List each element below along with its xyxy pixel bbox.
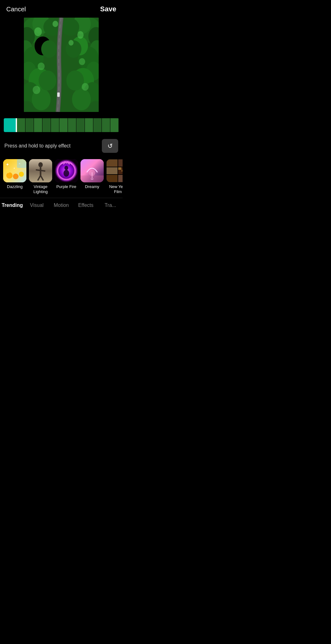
preview-image [24,18,99,112]
svg-point-36 [82,83,89,91]
tab-effects[interactable]: Effects [74,198,98,213]
timeline-frames [17,118,119,132]
svg-text:✦: ✦ [6,162,9,167]
svg-point-32 [69,40,74,46]
effect-item-vintage-lighting[interactable]: Vintage Lighting [29,159,52,194]
timeline-container [0,116,123,135]
svg-rect-70 [118,175,123,182]
svg-point-34 [79,58,85,65]
main-image-container [0,16,123,114]
svg-point-41 [13,174,19,179]
undo-button[interactable]: ↺ [102,139,118,153]
svg-point-21 [72,88,91,110]
svg-rect-67 [107,167,118,174]
effect-thumb-vintage-lighting [29,159,52,182]
svg-point-27 [39,70,56,91]
dazzling-svg: ✦ ✦ ✦ [3,159,26,182]
effect-label-new-year-film: New Year Film [106,184,123,194]
tab-transitions[interactable]: Tra... [98,198,123,213]
tab-motion[interactable]: Motion [49,198,74,213]
effect-item-new-year-film[interactable]: New Year Film [106,159,123,194]
effect-item-dreamy[interactable]: Dreamy [80,159,104,194]
hint-text: Press and hold to apply effect [4,143,71,149]
svg-point-40 [6,172,13,179]
tab-trending[interactable]: Trending [0,198,25,213]
timeline-frame [25,118,34,132]
svg-point-26 [66,40,81,58]
svg-point-30 [77,31,84,39]
svg-point-42 [19,172,24,177]
save-button[interactable]: Save [100,5,116,13]
svg-point-43 [6,169,10,173]
effect-thumb-dreamy [80,159,104,182]
svg-text:✦: ✦ [13,167,15,170]
svg-point-31 [52,21,58,27]
svg-point-49 [38,162,43,167]
timeline-frame [34,118,42,132]
header: Cancel Save [0,0,123,16]
svg-point-59 [63,170,69,177]
timeline-frame [76,118,85,132]
svg-point-33 [38,63,45,70]
purple-fire-svg [55,159,78,182]
effects-grid: ✦ ✦ ✦ Dazzling [0,157,123,197]
bottom-tabs: Trending Visual Motion Effects Tra... [0,198,123,213]
timeline-teal-segment [4,118,16,132]
forest-svg [24,18,99,112]
effect-thumb-dazzling: ✦ ✦ ✦ [3,159,26,182]
svg-rect-65 [107,159,118,167]
timeline-frame [51,118,59,132]
timeline-frame [17,118,25,132]
timeline-frame [59,118,68,132]
cancel-button[interactable]: Cancel [6,6,26,13]
effect-label-dreamy: Dreamy [85,184,99,189]
svg-rect-75 [121,170,123,172]
svg-point-25 [41,40,57,58]
effect-item-purple-fire[interactable]: Purple Fire [55,159,78,194]
effect-label-purple-fire: Purple Fire [56,184,76,189]
timeline-frame [93,118,102,132]
newyear-svg [106,159,123,182]
svg-rect-69 [107,175,118,182]
dreamy-svg [80,159,104,182]
undo-icon: ↺ [108,142,113,150]
svg-point-35 [33,86,40,94]
svg-rect-74 [118,167,121,170]
tab-visual[interactable]: Visual [25,198,49,213]
effect-thumb-purple-fire [55,159,78,182]
effect-label-vintage-lighting: Vintage Lighting [29,184,52,194]
timeline-frame [110,118,119,132]
vintage-svg [29,159,52,182]
timeline-frame [68,118,76,132]
svg-point-28 [66,70,84,91]
svg-point-29 [34,27,42,36]
hint-bar: Press and hold to apply effect ↺ [0,136,123,156]
svg-point-58 [64,166,68,170]
svg-rect-66 [118,159,123,167]
effect-label-dazzling: Dazzling [7,184,23,189]
svg-rect-47 [17,159,26,168]
svg-point-24 [62,18,79,36]
timeline-frame [42,118,51,132]
svg-rect-62 [80,175,104,182]
timeline-frame [102,118,110,132]
svg-point-63 [89,170,95,176]
svg-rect-37 [57,92,60,97]
timeline-strip[interactable] [4,118,119,132]
effect-thumb-new-year-film [106,159,123,182]
timeline-frame [85,118,93,132]
effect-item-dazzling[interactable]: ✦ ✦ ✦ Dazzling [3,159,26,194]
